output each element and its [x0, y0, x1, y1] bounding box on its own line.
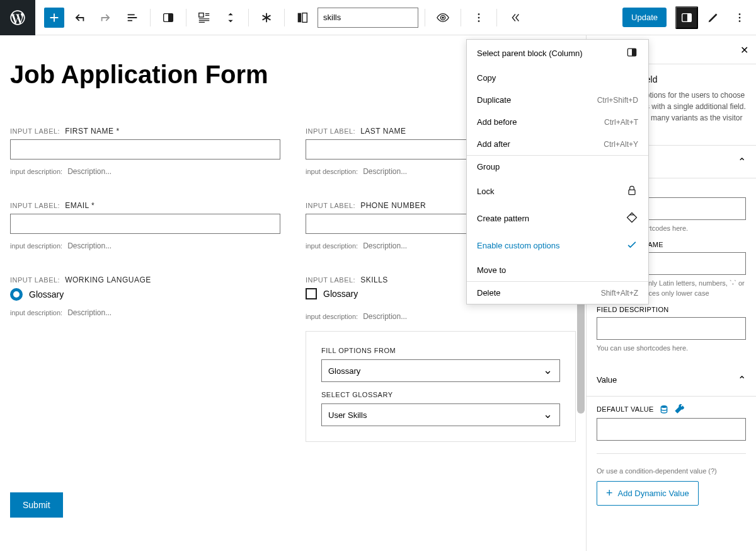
preview-button[interactable] — [432, 6, 454, 29]
update-button[interactable]: Update — [622, 8, 667, 27]
required-button[interactable] — [255, 6, 278, 29]
svg-point-5 — [442, 16, 444, 19]
toolbar-separator — [284, 9, 285, 26]
svg-rect-2 — [199, 13, 203, 16]
submit-button[interactable]: Submit — [10, 492, 63, 518]
email-input[interactable] — [10, 214, 280, 234]
svg-rect-4 — [302, 13, 307, 22]
styles-button[interactable] — [702, 6, 724, 29]
menu-item[interactable]: Copy — [467, 67, 648, 89]
menu-item[interactable]: Select parent block (Column) — [467, 40, 648, 67]
redo-button[interactable] — [94, 6, 117, 29]
document-overview-button[interactable] — [121, 6, 144, 29]
layout-button[interactable] — [291, 6, 314, 29]
menu-item[interactable]: Add beforeCtrl+Alt+T — [467, 111, 648, 133]
field-description-input[interactable] — [597, 317, 746, 340]
menu-item[interactable]: Add afterCtrl+Alt+Y — [467, 133, 648, 155]
menu-item[interactable]: DuplicateCtrl+Shift+D — [467, 89, 648, 111]
top-toolbar: Update — [0, 0, 756, 35]
options-menu-button[interactable] — [728, 6, 751, 29]
add-block-button[interactable] — [44, 8, 64, 28]
more-options-button[interactable] — [467, 6, 490, 29]
field-first-name: INPUT LABEL:FIRST NAME * input descripti… — [10, 127, 280, 176]
chevron-up-icon: ⌃ — [738, 374, 746, 386]
svg-point-11 — [739, 13, 741, 15]
menu-item[interactable]: Move to — [467, 259, 648, 281]
column-icon[interactable] — [157, 6, 180, 29]
diamond-icon — [626, 211, 638, 226]
toolbar-separator — [496, 9, 497, 26]
svg-point-6 — [478, 13, 480, 15]
block-context-menu: Select parent block (Column)CopyDuplicat… — [466, 39, 649, 304]
svg-point-14 — [661, 405, 667, 408]
svg-point-12 — [739, 16, 741, 18]
select-glossary-select[interactable]: User Skills — [321, 403, 560, 426]
svg-point-13 — [739, 20, 741, 22]
svg-point-7 — [478, 16, 480, 18]
toolbar-separator — [248, 9, 249, 26]
collapse-button[interactable] — [503, 6, 526, 29]
toolbar-separator — [186, 9, 186, 26]
column-icon — [626, 46, 638, 61]
svg-rect-1 — [168, 13, 173, 21]
toolbar-separator — [425, 9, 425, 26]
svg-rect-17 — [629, 190, 635, 195]
field-working-language: INPUT LABEL:WORKING LANGUAGE Glossary in… — [10, 276, 280, 442]
svg-rect-10 — [687, 13, 691, 21]
menu-item[interactable]: Create pattern — [467, 205, 648, 232]
move-button[interactable] — [219, 6, 242, 29]
field-email: INPUT LABEL:EMAIL * input description:De… — [10, 201, 280, 250]
svg-rect-16 — [632, 49, 636, 56]
settings-panel-button[interactable] — [675, 6, 698, 29]
wrench-icon[interactable] — [674, 404, 684, 414]
check-icon — [626, 238, 638, 253]
database-icon[interactable] — [659, 404, 669, 414]
first-name-input[interactable] — [10, 139, 280, 160]
default-value-input[interactable] — [597, 418, 746, 441]
toolbar-separator — [150, 9, 151, 26]
checkbox-icon — [306, 288, 317, 299]
add-dynamic-value-button[interactable]: + Add Dynamic Value — [597, 481, 699, 506]
menu-item[interactable]: DeleteShift+Alt+Z — [467, 282, 648, 304]
field-name-input[interactable] — [318, 8, 418, 28]
wordpress-logo[interactable] — [0, 0, 35, 35]
block-type-button[interactable] — [193, 6, 215, 29]
panel-value[interactable]: Value ⌃ — [587, 364, 756, 397]
toolbar-separator — [461, 9, 461, 26]
menu-item[interactable]: Lock — [467, 178, 648, 205]
radio-icon — [10, 288, 23, 301]
radio-glossary[interactable]: Glossary — [10, 288, 280, 301]
options-panel: FILL OPTIONS FROM Glossary SELECT GLOSSA… — [306, 331, 576, 442]
undo-button[interactable] — [68, 6, 91, 29]
menu-item[interactable]: Group — [467, 156, 648, 178]
menu-item[interactable]: Enable custom options — [467, 232, 648, 259]
close-sidebar-button[interactable]: ✕ — [740, 44, 748, 56]
chevron-up-icon: ⌃ — [738, 156, 746, 168]
lock-icon — [626, 184, 638, 199]
fill-options-select[interactable]: Glossary — [321, 359, 560, 382]
svg-rect-3 — [298, 13, 302, 22]
svg-point-8 — [478, 20, 480, 22]
